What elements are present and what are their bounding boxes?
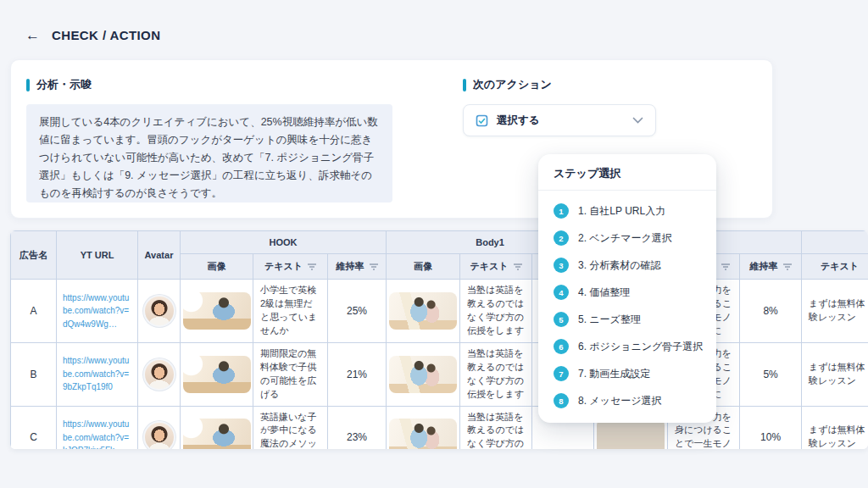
yt-url-link[interactable]: https://www.youtube.com/watch?v=9bZkpTq1… [57,342,138,406]
select-label: 選択する [497,114,624,128]
step-number-badge: 7 [554,366,569,381]
page-title: CHECK / ACTION [52,28,160,42]
col-header-hook-text: テキスト [253,254,328,280]
step-option-5[interactable]: 55. ニーズ整理 [538,306,716,333]
col-header-cta-text: テキスト [802,254,868,280]
body1-image-cell [387,342,460,406]
step-number-badge: 4 [554,285,569,300]
body1-text-cell: 当塾は英語を教えるのではなく学び方の伝授をします [460,406,532,449]
body2-thumbnail-image [597,419,665,449]
yt-url-link[interactable]: https://www.youtube.com/watch?v=kJQP7kiw… [57,406,138,449]
cta-text-cell: まずは無料体験レッスン [802,280,868,343]
analysis-text: 展開している4本のクリエイティブにおいて、25%視聴維持率が低い数値に留まってい… [26,104,392,202]
avatar-image [145,423,174,449]
step-label: 2. ベンチマーク選択 [578,231,672,246]
step-label: 5. ニーズ整理 [578,313,641,327]
analysis-heading: 分析・示唆 [36,77,92,92]
col-header-yt-url: YT URL [57,231,138,280]
col-header-hook-image: 画像 [181,254,253,280]
avatar-cell [138,280,181,343]
step-label: 4. 価値整理 [578,286,630,300]
hook-image-cell [181,406,253,449]
hook-text-cell: 小学生で英検2級は無理だと思っていませんか [253,280,328,343]
action-select-dropdown[interactable]: 選択する [463,104,656,136]
col-header-ad-name: 広告名 [11,231,57,280]
step-number-badge: 6 [554,339,569,354]
step-list: 11. 自社LP URL入力 22. ベンチマーク選択 33. 分析素材の確認 … [538,191,716,423]
page-header: ← CHECK / ACTION [25,28,160,42]
table-row: A https://www.youtube.com/watch?v=dQw4w9… [11,280,868,343]
accent-bar [26,79,30,92]
body1-text-cell: 当塾は英語を教えるのではなく学び方の伝授をします [460,342,532,406]
hook-retention-cell: 23% [328,406,387,449]
step-label: 6. ポジショニング骨子選択 [578,340,703,354]
step-option-4[interactable]: 44. 価値整理 [538,279,716,306]
next-action-heading: 次のアクション [473,77,552,92]
hook-text-cell: 英語嫌いな子が夢中になる魔法のメソッド [253,406,328,449]
body1-thumbnail-image [389,419,457,449]
step-option-7[interactable]: 77. 動画生成設定 [538,360,716,387]
step-label: 1. 自社LP URL入力 [578,204,665,219]
ad-name-cell: B [11,342,57,406]
back-arrow-icon[interactable]: ← [25,28,40,42]
col-header-hook-retention: 維持率 [328,254,387,280]
table-row: B https://www.youtube.com/watch?v=9bZkpT… [11,342,868,406]
group-header-hook: HOOK [181,231,387,254]
step-option-2[interactable]: 22. ベンチマーク選択 [538,225,716,252]
ad-name-cell: A [11,280,57,343]
hook-image-cell [181,342,253,406]
step-select-dropdown: ステップ選択 11. 自社LP URL入力 22. ベンチマーク選択 33. 分… [538,154,716,423]
ad-name-cell: C [11,406,57,449]
hook-retention-cell: 25% [328,280,387,343]
body2-retention-cell: 8% [740,280,802,343]
hook-thumbnail-image [183,419,251,449]
body2-retention-cell: 10% [740,406,802,449]
hook-image-cell [181,280,253,343]
hook-text-cell: 期間限定の無料体験で子供の可能性を広げる [253,342,328,406]
body1-image-cell [387,280,460,343]
avatar-image [145,360,174,389]
step-option-3[interactable]: 33. 分析素材の確認 [538,252,716,279]
table-row: C https://www.youtube.com/watch?v=kJQP7k… [11,406,868,449]
body1-thumbnail-image [389,292,457,330]
hook-thumbnail-image [183,292,251,330]
filter-icon[interactable] [514,262,522,272]
col-header-body1-image: 画像 [387,254,460,280]
body1-image-cell [387,406,460,449]
avatar-cell [138,406,181,449]
col-header-body2-retention: 維持率 [740,254,802,280]
step-number-badge: 1 [554,203,569,219]
creative-table: 広告名 YT URL Avatar HOOK Body1 画像 テキスト 維持率… [10,230,868,449]
filter-icon[interactable] [370,262,378,272]
col-header-body1-text: テキスト [460,254,532,280]
body1-thumbnail-image [389,356,457,393]
col-header-avatar: Avatar [138,231,181,280]
filter-icon[interactable] [721,262,730,272]
body1-text-cell: 当塾は英語を教えるのではなく学び方の伝授をします [460,280,532,343]
yt-url-link[interactable]: https://www.youtube.com/watch?v=dQw4w9Wg… [57,280,138,343]
step-number-badge: 3 [554,258,569,273]
analysis-section: 分析・示唆 展開している4本のクリエイティブにおいて、25%視聴維持率が低い数値… [26,77,392,202]
chevron-down-icon [632,117,643,125]
step-label: 3. 分析素材の確認 [578,258,661,273]
avatar-cell [138,342,181,406]
step-number-badge: 2 [554,230,569,246]
next-action-section: 次のアクション 選択する [463,77,656,136]
avatar-image [145,297,174,325]
cta-text-cell: まずは無料体験レッスン [802,406,868,449]
step-option-6[interactable]: 66. ポジショニング骨子選択 [538,333,716,360]
cta-text-cell: まずは無料体験レッスン [802,342,868,406]
step-number-badge: 5 [554,312,569,327]
filter-icon[interactable] [783,262,792,272]
dropdown-title: ステップ選択 [538,154,716,190]
group-header-cta [802,231,868,254]
step-option-8[interactable]: 88. メッセージ選択 [538,387,716,414]
check-square-icon [476,114,488,127]
step-number-badge: 8 [554,393,569,408]
accent-bar [463,79,466,92]
filter-icon[interactable] [308,262,316,272]
step-label: 7. 動画生成設定 [578,367,650,381]
body2-retention-cell: 5% [740,342,802,406]
hook-thumbnail-image [183,356,251,393]
step-option-1[interactable]: 11. 自社LP URL入力 [538,197,716,225]
